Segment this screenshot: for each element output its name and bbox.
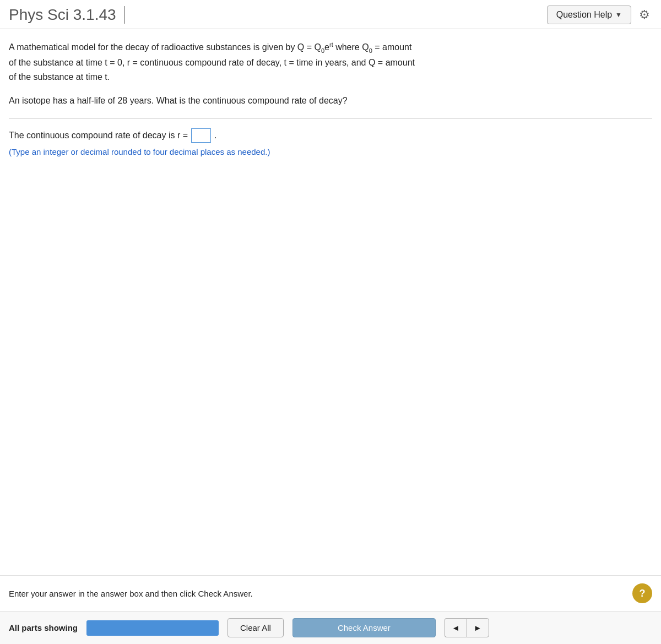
progress-bar — [86, 620, 219, 636]
problem-line1: A mathematical model for the decay of ra… — [9, 40, 642, 56]
answer-period: . — [214, 131, 216, 140]
header-controls: Question Help ▼ ⚙ — [547, 6, 652, 24]
section-divider — [9, 118, 652, 118]
header: Phys Sci 3.1.43 Question Help ▼ ⚙ — [0, 0, 661, 29]
help-circle-button[interactable]: ? — [632, 583, 652, 603]
page-title: Phys Sci 3.1.43 — [9, 6, 125, 24]
footer-instruction-text: Enter your answer in the answer box and … — [9, 589, 253, 598]
problem-line3: of the substance at time t. — [9, 70, 642, 84]
hint-text: (Type an integer or decimal rounded to f… — [9, 147, 652, 156]
footer-controls-row: All parts showing Clear All Check Answer… — [0, 611, 661, 644]
main-content: A mathematical model for the decay of ra… — [0, 29, 661, 575]
subscript-0: 0 — [321, 47, 324, 54]
chevron-down-icon: ▼ — [615, 11, 622, 19]
nav-buttons: ◄ ► — [445, 618, 489, 637]
clear-all-button[interactable]: Clear All — [227, 618, 284, 637]
question-text: An isotope has a half-life of 28 years. … — [9, 94, 642, 108]
check-answer-button[interactable]: Check Answer — [292, 618, 436, 637]
answer-input[interactable] — [191, 128, 211, 143]
footer: Enter your answer in the answer box and … — [0, 575, 661, 644]
subscript-0b: 0 — [369, 47, 372, 54]
problem-description: A mathematical model for the decay of ra… — [9, 40, 642, 84]
answer-line: The continuous compound rate of decay is… — [9, 128, 652, 143]
footer-instruction-row: Enter your answer in the answer box and … — [0, 576, 661, 611]
problem-line2: of the substance at time t = 0, r = cont… — [9, 56, 642, 70]
gear-icon: ⚙ — [639, 8, 650, 21]
question-help-label: Question Help — [556, 10, 612, 20]
settings-button[interactable]: ⚙ — [637, 6, 652, 24]
prev-button[interactable]: ◄ — [445, 618, 467, 637]
superscript-rt: rt — [329, 41, 333, 48]
answer-prompt-text: The continuous compound rate of decay is… — [9, 131, 188, 140]
help-icon: ? — [640, 588, 646, 599]
next-button[interactable]: ► — [467, 618, 489, 637]
question-help-button[interactable]: Question Help ▼ — [547, 6, 631, 24]
all-parts-label: All parts showing — [9, 623, 78, 632]
